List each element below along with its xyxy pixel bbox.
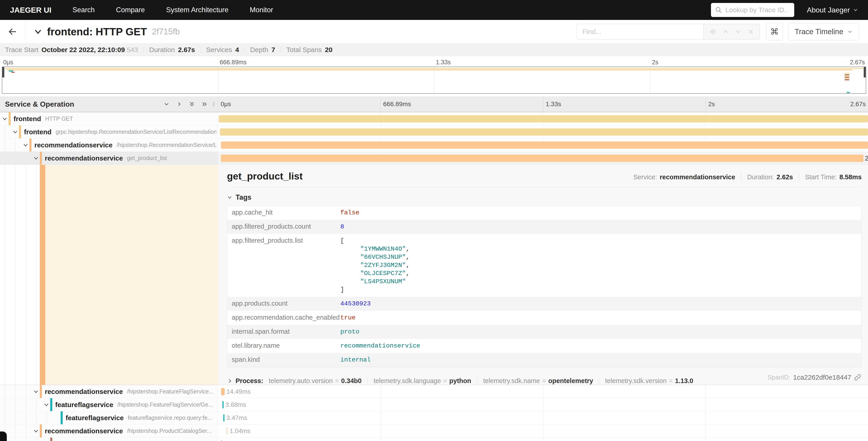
find-tools — [704, 24, 760, 40]
span-detail-meta: Service:recommendationservice Duration:2… — [633, 173, 862, 182]
span-color-bar — [40, 165, 45, 385]
trace-minimap: 0μs 666.89ms 1.33s 2s 2.67s — [0, 56, 868, 94]
process-accordion-toggle[interactable] — [227, 378, 232, 384]
span-row-2[interactable]: recommendationservice/hipstershop.Recomm… — [0, 139, 868, 152]
span-duration-bar[interactable] — [220, 128, 868, 136]
minimap-right-scrubber[interactable] — [864, 67, 866, 78]
stat-duration: Duration2.67s — [149, 46, 195, 54]
tag-row: app.cache_hitfalse — [227, 206, 862, 220]
span-row-3[interactable]: recommendationserviceget_product_list2.6… — [0, 152, 868, 165]
span-rows-bottom: recommendationservice/hipstershop.Featur… — [0, 385, 868, 441]
process-tag: telemetry.sdk.version=1.13.0 — [605, 377, 693, 385]
find-prev-chevron-up-icon[interactable] — [722, 28, 729, 35]
tag-value: true — [340, 311, 355, 325]
span-row-4[interactable]: recommendationservice/hipstershop.Featur… — [0, 385, 868, 398]
span-row-1[interactable]: frontendgrpc.hipstershop.RecommendationS… — [0, 125, 868, 139]
span-row-8[interactable] — [0, 438, 868, 441]
span-row-0[interactable]: frontendHTTP GET — [0, 112, 868, 125]
tag-value[interactable]: ["1YMWWN1N4O","66VCHSJNUP","2ZYFJ3GM2N",… — [340, 234, 409, 297]
span-duration-label: 14.49ms — [226, 388, 250, 395]
column-resize-handle[interactable]: ‖ — [213, 101, 215, 108]
trace-id-lookup-input[interactable] — [725, 6, 789, 14]
tag-value: 44530923 — [340, 297, 371, 311]
tag-key: app.filtered_products.count — [227, 220, 340, 233]
span-collapse-chevron-icon[interactable] — [33, 155, 39, 161]
span-duration-bar[interactable] — [221, 155, 864, 162]
span-row-5[interactable]: featureflagservice/hipstershop.FeatureFl… — [0, 398, 868, 411]
span-name-cell[interactable]: recommendationservice/hipstershop.Recomm… — [0, 139, 218, 151]
chevron-down-icon — [227, 195, 232, 200]
locate-icon[interactable] — [710, 28, 716, 35]
keyboard-shortcuts-button[interactable]: ⌘ — [766, 23, 783, 40]
span-duration-bar[interactable] — [221, 388, 225, 395]
copy-link-icon[interactable] — [854, 374, 861, 381]
expand-one-chevron-right-icon[interactable] — [176, 101, 183, 108]
span-duration-bar[interactable] — [219, 115, 868, 122]
axis-tick: 2s — [708, 100, 715, 108]
stat-services: Services4 — [206, 46, 239, 54]
about-jaeger-menu[interactable]: About Jaeger — [807, 6, 858, 14]
span-name-cell[interactable]: recommendationserviceget_product_list — [0, 152, 218, 165]
span-service-name: recommendationservice — [45, 154, 123, 162]
span-name-cell[interactable]: recommendationservice/hipstershop.Featur… — [0, 385, 218, 398]
tags-accordion-toggle[interactable]: Tags — [227, 193, 862, 202]
span-operation-name: /hipstershop.FeatureFlagService/Ge... — [118, 401, 213, 408]
chevron-down-icon — [847, 29, 852, 34]
find-next-chevron-down-icon[interactable] — [735, 28, 742, 35]
span-duration-bar[interactable] — [222, 401, 223, 408]
span-collapse-chevron-icon[interactable] — [23, 142, 29, 148]
span-row-7[interactable]: recommendationservice/hipstershop.Produc… — [0, 424, 868, 438]
tag-row: app.recommendation.cache_enabledtrue — [227, 311, 862, 325]
span-name-cell[interactable]: featureflagservicefeatureflagservice.rep… — [0, 411, 218, 424]
span-collapse-chevron-icon[interactable] — [43, 402, 49, 408]
nav-item-search[interactable]: Search — [62, 6, 105, 14]
span-id-label: SpanID: — [768, 374, 790, 381]
span-timeline-cell: 2.62s — [218, 152, 868, 165]
nav-item-monitor[interactable]: Monitor — [239, 6, 284, 14]
span-name-cell[interactable]: frontendHTTP GET — [0, 112, 218, 125]
find-input[interactable] — [577, 24, 704, 40]
span-collapse-chevron-icon[interactable] — [12, 129, 18, 135]
span-row-6[interactable]: featureflagservicefeatureflagservice.rep… — [0, 411, 868, 424]
span-name-cell[interactable]: frontendgrpc.hipstershop.RecommendationS… — [0, 125, 218, 138]
tag-row: internal.span.formatproto — [227, 325, 862, 339]
span-operation-name: grpc.hipstershop.RecommendationService/L… — [56, 128, 216, 135]
collapse-all-double-chevron-down-icon[interactable] — [188, 101, 195, 108]
command-icon: ⌘ — [770, 27, 779, 37]
span-duration-bar[interactable] — [227, 428, 227, 435]
span-timeline-cell — [218, 139, 868, 151]
span-duration-bar[interactable] — [223, 414, 224, 421]
find-group — [577, 24, 760, 40]
nav-item-compare[interactable]: Compare — [105, 6, 156, 14]
tag-row: app.products.count44530923 — [227, 297, 862, 311]
back-button[interactable] — [0, 20, 25, 43]
nav-item-system-architecture[interactable]: System Architecture — [155, 6, 239, 14]
tag-row: otel.library.namerecommendationservice — [227, 339, 862, 353]
arrow-left-icon — [8, 27, 18, 37]
span-collapse-chevron-icon[interactable] — [33, 389, 39, 394]
span-detail-left-gutter — [0, 165, 218, 385]
collapse-one-chevron-down-icon[interactable] — [163, 101, 170, 108]
trace-view-selector[interactable]: Trace Timeline — [788, 23, 859, 40]
about-jaeger-label: About Jaeger — [807, 6, 850, 14]
span-name-cell[interactable]: recommendationservice/hipstershop.Produc… — [0, 424, 218, 437]
process-label: Process: — [236, 377, 264, 385]
span-name-cell[interactable] — [0, 438, 218, 441]
jaeger-logo[interactable]: JAEGER UI — [0, 6, 62, 14]
span-color-bar — [29, 139, 31, 151]
span-duration-bar[interactable] — [221, 142, 868, 149]
trace-collapse-chevron-icon[interactable] — [33, 27, 42, 36]
minimap-left-scrubber[interactable] — [2, 67, 4, 78]
tags-table: app.cache_hitfalseapp.filtered_products.… — [227, 206, 862, 367]
span-name-cell[interactable]: featureflagservice/hipstershop.FeatureFl… — [0, 398, 218, 411]
minimap-canvas[interactable] — [2, 66, 866, 94]
span-collapse-chevron-icon[interactable] — [33, 428, 39, 434]
span-timeline-cell: 1.04ms — [218, 424, 868, 437]
trace-stats-bar: Trace Start October 22 2022, 22:10:09.54… — [0, 43, 868, 56]
clear-find-icon[interactable] — [748, 29, 754, 35]
span-collapse-chevron-icon[interactable] — [2, 116, 8, 122]
expand-all-double-chevron-right-icon[interactable] — [201, 101, 208, 108]
minimap-span — [11, 72, 15, 73]
axis-tick: 2.67s — [850, 100, 866, 108]
span-operation-name: get_product_list — [127, 155, 167, 161]
